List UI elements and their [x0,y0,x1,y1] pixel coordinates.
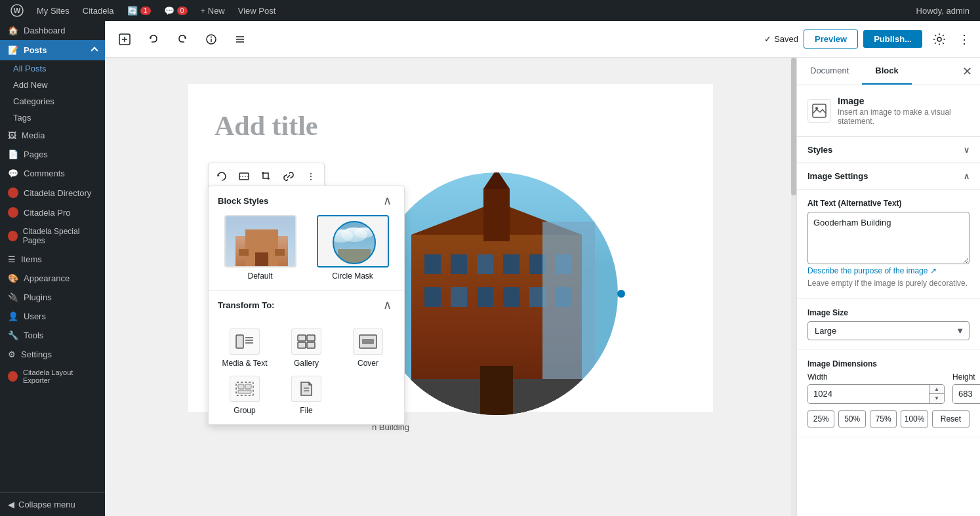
reset-dimensions-btn[interactable]: Reset [932,410,970,427]
sidebar-item-comments[interactable]: 💬 Comments [0,164,105,183]
sidebar-item-tools[interactable]: 🔧 Tools [0,326,105,345]
preview-button[interactable]: Preview [804,30,858,49]
tab-document[interactable]: Document [797,58,862,85]
cover-label: Cover [357,359,378,368]
transform-item-file[interactable]: File [279,376,333,415]
transform-item-group[interactable]: Group [218,376,272,415]
collapse-block-styles-btn[interactable]: ∧ [379,193,395,208]
sidebar-item-pages[interactable]: 📄 Pages [0,145,105,164]
sidebar-item-citadela-special[interactable]: Citadela Special Pages [0,222,105,250]
image-settings-accordion-header[interactable]: Image Settings ∧ [797,163,980,189]
style-option-circle-mask[interactable]: Circle Mask [310,215,395,281]
sidebar-item-settings[interactable]: ⚙ Settings [0,345,105,364]
admin-howdy: Howdy, admin [911,6,975,16]
svg-rect-37 [362,339,374,344]
percent-buttons: 25% 50% 75% 100% Reset [807,410,970,427]
comments-icon: 💬 [164,6,174,16]
sidebar-item-citadela-pro[interactable]: Citadela Pro [0,203,105,222]
transform-item-cover[interactable]: Cover [341,328,395,368]
svg-rect-41 [238,390,251,393]
percent-50-btn[interactable]: 50% [838,410,865,427]
percent-25-btn[interactable]: 25% [807,410,834,427]
sidebar-sub-categories[interactable]: Categories [0,93,105,109]
comments-label: Comments [24,169,65,178]
sidebar-item-dashboard[interactable]: 🏠 Dashboard [0,21,105,40]
tab-block[interactable]: Block [862,58,911,85]
my-sites-item[interactable]: My Sites [31,0,75,21]
plugins-label: Plugins [24,292,52,302]
link-button[interactable] [278,166,299,187]
tools-label: Tools [24,330,43,340]
info-button[interactable] [199,28,223,51]
align-button[interactable] [234,166,255,187]
editor-content: Add title [188,84,713,412]
sidebar-item-posts[interactable]: 📝 Posts [0,40,105,60]
page-title[interactable]: Add title [214,110,687,142]
width-decrement-btn[interactable]: ▼ [929,394,944,403]
percent-100-btn[interactable]: 100% [901,410,928,427]
list-view-button[interactable] [228,28,252,51]
style-thumbnail-default [224,215,296,268]
width-increment-btn[interactable]: ▲ [929,385,944,394]
add-block-toolbar-button[interactable] [113,28,136,51]
posts-arrow-icon [91,47,98,54]
toolbar-right: ✓ Saved Preview Publish... ⋮ [764,28,972,51]
height-field: Height ▲ ▼ [952,372,980,404]
publish-button[interactable]: Publish... [863,30,922,48]
editor-scroll[interactable]: Add title [105,58,796,516]
users-icon: 👤 [8,311,18,321]
percent-75-btn[interactable]: 75% [870,410,897,427]
image-block-info: Image Insert an image to make a visual s… [838,96,970,126]
crop-button[interactable] [256,166,277,187]
transform-grid: Media & Text [209,319,404,424]
height-input[interactable] [953,385,980,403]
styles-accordion-header[interactable]: Styles ∨ [797,137,980,163]
sidebar-item-media[interactable]: 🖼 Media [0,126,105,145]
wp-logo-item[interactable]: W [5,0,29,21]
redo-button[interactable] [171,28,194,51]
more-block-options-button[interactable]: ⋮ [300,166,321,187]
svg-rect-56 [424,287,441,307]
width-label: Width [807,372,945,382]
transform-item-media-text[interactable]: Media & Text [218,328,272,368]
sidebar-item-users[interactable]: 👤 Users [0,307,105,326]
scroll-thumb[interactable] [791,58,796,195]
block-transform-button[interactable] [211,166,232,187]
sidebar-item-appearance[interactable]: 🎨 Appearance [0,269,105,288]
undo-button[interactable] [142,28,165,51]
comments-item[interactable]: 💬 0 [159,0,193,21]
styles-chevron-icon: ∨ [964,146,970,155]
sidebar-item-citadela-dir[interactable]: Citadela Directory [0,183,105,203]
posts-icon: 📝 [8,45,18,55]
resize-handle[interactable] [617,290,625,298]
alt-text-input[interactable]: Gooderham Building [807,212,970,264]
collapse-transform-btn[interactable]: ∧ [379,297,395,313]
image-size-select-wrapper: Thumbnail Medium Large Full Size ▼ [807,321,970,340]
editor-settings-button[interactable] [928,28,951,51]
sidebar-item-plugins[interactable]: 🔌 Plugins [0,288,105,307]
width-input[interactable] [808,385,929,403]
view-post-item[interactable]: View Post [233,0,281,21]
svg-point-25 [341,228,367,242]
transform-item-gallery[interactable]: Gallery [279,328,333,368]
close-panel-button[interactable]: ✕ [956,61,977,82]
sidebar-sub-tags[interactable]: Tags [0,109,105,126]
collapse-menu-btn[interactable]: ◀ Collapse menu [0,492,105,516]
updates-item[interactable]: 🔄 1 [122,0,156,21]
block-styles-popup: Block Styles ∧ [208,186,405,425]
new-item[interactable]: + New [195,0,230,21]
check-icon: ✓ [764,34,771,44]
describe-purpose-link[interactable]: Describe the purpose of the image ↗ [807,266,970,275]
more-options-button[interactable]: ⋮ [956,28,972,51]
sidebar-item-layout-exporter[interactable]: Citadela Layout Exporter [0,364,105,389]
sidebar-sub-all-posts[interactable]: All Posts [0,60,105,77]
image-size-select[interactable]: Thumbnail Medium Large Full Size [807,321,970,340]
svg-rect-58 [477,287,493,307]
image-block[interactable]: n Building [372,169,661,431]
citadela-item[interactable]: Citadela [77,0,119,21]
sidebar-sub-add-new[interactable]: Add New [0,77,105,93]
sidebar-item-items[interactable]: ☰ Items [0,250,105,269]
saved-status: ✓ Saved [764,34,798,44]
image-dimensions-field: Image Dimensions Width ▲ ▼ [797,350,980,437]
style-option-default[interactable]: Default [218,215,302,281]
